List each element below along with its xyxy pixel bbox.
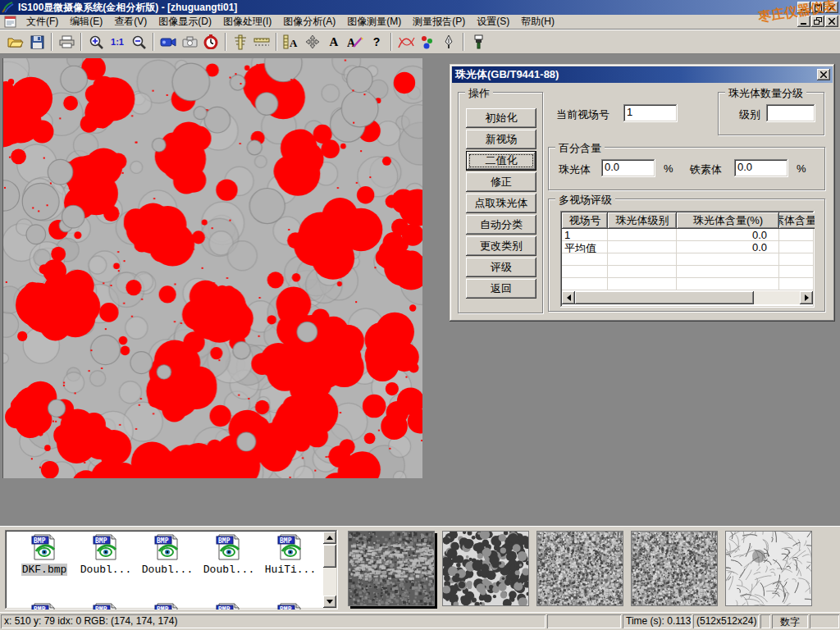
- pearlite-percent-input[interactable]: 0.0: [601, 159, 655, 177]
- file-item[interactable]: BMP: [199, 602, 258, 609]
- metallograph-image[interactable]: [2, 58, 422, 478]
- timer-button[interactable]: [200, 31, 221, 52]
- pen-button[interactable]: [438, 31, 459, 52]
- table-row-empty: [562, 278, 813, 290]
- curve-tool-button[interactable]: [395, 31, 417, 52]
- current-field-input[interactable]: 1: [623, 104, 678, 122]
- pan-button[interactable]: [302, 31, 323, 52]
- open-button[interactable]: [5, 31, 26, 52]
- zoom-out-button[interactable]: [128, 31, 149, 52]
- file-name[interactable]: HuiTi...: [264, 564, 317, 576]
- dialog-close-button[interactable]: [817, 69, 830, 80]
- toolbar-separator: [153, 33, 154, 51]
- file-name[interactable]: Doubl...: [203, 564, 255, 576]
- grading-table[interactable]: 视场号 珠光体级别 珠光体含量(%) 铁素体含量(%) 1 0.0 平均值 0.…: [560, 211, 815, 308]
- auto-classify-button[interactable]: 自动分类: [466, 215, 536, 235]
- init-button[interactable]: 初始化: [466, 108, 536, 128]
- print-button[interactable]: [56, 31, 77, 52]
- mdi-restore-button[interactable]: [811, 16, 824, 27]
- binarize-button[interactable]: 二值化: [466, 151, 536, 171]
- file-item[interactable]: BMP: [76, 602, 135, 609]
- thumbnail-5[interactable]: [725, 531, 812, 606]
- scroll-down-arrow[interactable]: [323, 596, 336, 608]
- table-row[interactable]: 1 0.0: [562, 229, 813, 241]
- ferrite-percent-input[interactable]: 0.0: [734, 159, 788, 177]
- file-name[interactable]: Doubl...: [80, 564, 132, 576]
- menu-image-measure[interactable]: 图像测量(M): [341, 13, 407, 30]
- video-camera-button[interactable]: [158, 31, 179, 52]
- pick-pearlite-button[interactable]: 点取珠光体: [466, 194, 536, 213]
- horizontal-ruler-button[interactable]: [251, 31, 272, 52]
- scroll-right-arrow[interactable]: [800, 291, 813, 304]
- menu-image-processing[interactable]: 图像处理(I): [217, 13, 277, 30]
- grade-button[interactable]: 评级: [466, 258, 536, 277]
- col-field-no[interactable]: 视场号: [562, 212, 608, 229]
- file-item[interactable]: BMPDoubl...: [76, 533, 135, 576]
- scroll-thumb[interactable]: [575, 291, 754, 304]
- new-field-button[interactable]: 新视场: [466, 130, 536, 149]
- file-item[interactable]: BMP: [138, 602, 197, 609]
- file-name[interactable]: Doubl...: [141, 564, 194, 576]
- grade-input[interactable]: [766, 104, 815, 122]
- brush-button[interactable]: [468, 31, 489, 52]
- thumbnail-2[interactable]: [442, 531, 529, 606]
- menu-edit[interactable]: 编辑(E): [64, 13, 108, 30]
- menu-file[interactable]: 文件(F): [21, 13, 64, 30]
- file-item[interactable]: BMPDoubl...: [199, 533, 258, 576]
- menu-help[interactable]: 帮助(H): [515, 13, 560, 30]
- current-field-label: 当前视场号: [556, 107, 609, 122]
- table-hscrollbar[interactable]: [562, 291, 813, 304]
- text-button[interactable]: A: [323, 31, 345, 52]
- return-button[interactable]: 返回: [466, 279, 536, 299]
- scroll-left-arrow[interactable]: [562, 291, 575, 304]
- dialog-title-bar[interactable]: 珠光体(GB/T9441-88): [452, 66, 833, 83]
- document-icon: [4, 16, 17, 28]
- multi-field-group: 多视场评级 视场号 珠光体级别 珠光体含量(%) 铁素体含量(%) 1 0.0 …: [548, 199, 825, 312]
- menu-bar: 文件(F) 编辑(E) 查看(V) 图像显示(D) 图像处理(I) 图像分析(A…: [0, 15, 840, 30]
- file-item[interactable]: BMPHuiTi...: [261, 533, 320, 576]
- menu-image-display[interactable]: 图像显示(D): [153, 13, 217, 30]
- menu-settings[interactable]: 设置(S): [471, 13, 515, 30]
- measure-text-button[interactable]: A: [281, 31, 302, 52]
- snapshot-camera-button[interactable]: [179, 31, 200, 52]
- toolbar-separator: [51, 33, 52, 51]
- file-item[interactable]: BMP: [261, 602, 320, 609]
- maximize-button[interactable]: [811, 2, 824, 13]
- help-button[interactable]: ?: [366, 31, 387, 52]
- change-class-button[interactable]: 更改类别: [466, 236, 536, 256]
- mdi-minimize-button[interactable]: [797, 16, 810, 27]
- file-item[interactable]: BMP: [15, 602, 74, 609]
- menu-view[interactable]: 查看(V): [108, 13, 153, 30]
- file-item[interactable]: BMPDKF.bmp: [15, 533, 74, 576]
- file-item[interactable]: BMPDoubl...: [138, 533, 197, 576]
- col-ferrite-content[interactable]: 铁素体含量(%): [779, 212, 815, 229]
- thumbnail-4[interactable]: [631, 531, 718, 606]
- file-browser-vscrollbar[interactable]: [323, 532, 336, 608]
- close-button[interactable]: [825, 2, 838, 13]
- scroll-up-arrow[interactable]: [323, 532, 336, 544]
- scroll-thumb[interactable]: [323, 545, 336, 568]
- correct-button[interactable]: 修正: [466, 172, 536, 192]
- table-row[interactable]: 平均值 0.0: [562, 241, 813, 253]
- file-browser[interactable]: BMPDKF.bmpBMPDoubl...BMPDoubl...BMPDoubl…: [5, 530, 338, 609]
- edit-text-button[interactable]: A: [345, 31, 366, 52]
- toolbar-separator: [390, 33, 392, 51]
- thumbnail-3[interactable]: [536, 531, 623, 606]
- save-button[interactable]: [26, 31, 48, 52]
- window-title: IS100显微摄像系统(金相分析版) - [zhuguangti01]: [18, 1, 237, 15]
- status-empty-1: [547, 614, 621, 628]
- mdi-close-button[interactable]: [825, 16, 838, 27]
- menu-measure-report[interactable]: 测量报告(P): [407, 13, 471, 30]
- thumbnail-1[interactable]: [348, 531, 435, 606]
- count-points-button[interactable]: [417, 31, 438, 52]
- zoom-in-button[interactable]: [85, 31, 107, 52]
- vertical-caliper-button[interactable]: [230, 31, 251, 52]
- actual-size-button[interactable]: 1:1: [107, 31, 128, 52]
- file-name[interactable]: DKF.bmp: [21, 564, 68, 576]
- col-pearlite-content[interactable]: 珠光体含量(%): [677, 212, 779, 229]
- svg-text:BMP: BMP: [95, 606, 107, 609]
- menu-image-analysis[interactable]: 图像分析(A): [277, 13, 341, 30]
- col-pearlite-grade[interactable]: 珠光体级别: [608, 212, 677, 229]
- pearlite-unit: %: [664, 162, 673, 175]
- minimize-button[interactable]: [797, 2, 810, 13]
